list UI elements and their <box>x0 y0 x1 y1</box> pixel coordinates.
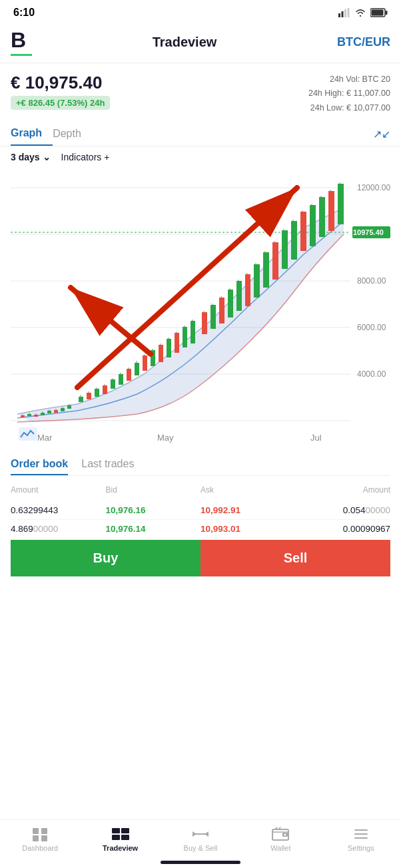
tradeview-icon <box>111 827 130 841</box>
battery-icon <box>370 8 388 17</box>
svg-rect-2 <box>344 9 346 17</box>
orderbook-row: 4.86900000 10,976.14 10,993.01 0.0009096… <box>11 520 390 539</box>
col-amount-left: Amount <box>11 485 106 495</box>
svg-rect-42 <box>127 369 131 381</box>
nav-buysell-label: Buy & Sell <box>184 844 218 852</box>
logo: B <box>11 28 32 56</box>
svg-rect-5 <box>386 11 388 15</box>
sell-button[interactable]: Sell <box>200 540 390 576</box>
app-header: B Tradeview BTC/EUR <box>0 23 401 63</box>
logo-underline <box>11 54 32 56</box>
svg-rect-50 <box>159 345 163 362</box>
tab-order-book[interactable]: Order book <box>11 454 68 475</box>
svg-rect-40 <box>119 374 123 385</box>
low-24h: 24h Low: € 10,077.00 <box>308 101 390 115</box>
tab-depth[interactable]: Depth <box>53 122 92 145</box>
svg-rect-3 <box>348 8 350 17</box>
orderbook-row: 0.63299443 10,976.16 10,992.91 0.0540000… <box>11 501 390 520</box>
status-bar: 6:10 <box>0 0 401 23</box>
col-bid: Bid <box>106 485 201 495</box>
amount-left-1: 0.63299443 <box>11 505 106 515</box>
chevron-down-icon: ⌄ <box>43 152 51 162</box>
svg-rect-76 <box>272 242 278 280</box>
amount-left-2: 4.86900000 <box>11 524 106 534</box>
svg-rect-82 <box>300 212 306 251</box>
svg-rect-80 <box>291 221 297 260</box>
svg-rect-1 <box>342 11 344 17</box>
svg-rect-107 <box>41 828 47 834</box>
svg-rect-86 <box>319 197 325 237</box>
indicators-button[interactable]: Indicators + <box>61 152 110 162</box>
svg-rect-106 <box>33 828 39 834</box>
svg-rect-28 <box>67 405 71 409</box>
status-icons <box>338 8 388 17</box>
ask-2: 10,993.01 <box>200 524 296 534</box>
volume-24h: 24h Vol: BTC 20 <box>308 73 390 87</box>
svg-rect-14 <box>21 415 25 417</box>
nav-tradeview[interactable]: Tradeview <box>80 827 160 852</box>
trading-pair[interactable]: BTC/EUR <box>337 35 390 49</box>
chart-controls: 3 days ⌄ Indicators + <box>0 146 401 168</box>
buysell-icon <box>191 827 210 841</box>
svg-rect-48 <box>151 350 155 366</box>
nav-dashboard[interactable]: Dashboard <box>0 827 80 852</box>
nav-settings-label: Settings <box>348 844 374 852</box>
signal-icon <box>338 8 350 17</box>
svg-text:12000.00: 12000.00 <box>357 183 390 192</box>
svg-rect-46 <box>143 355 147 371</box>
expand-icon[interactable]: ↗↙ <box>373 127 390 140</box>
price-change: +€ 826.45 (7.53%) 24h <box>11 96 110 110</box>
svg-rect-72 <box>254 264 260 298</box>
price-section: € 10,975.40 +€ 826.45 (7.53%) 24h 24h Vo… <box>0 63 401 122</box>
nav-wallet[interactable]: Wallet <box>240 827 320 852</box>
svg-rect-90 <box>338 184 344 224</box>
price-left: € 10,975.40 +€ 826.45 (7.53%) 24h <box>11 73 110 110</box>
svg-rect-108 <box>33 835 39 841</box>
svg-text:10975.40: 10975.40 <box>353 228 384 236</box>
svg-text:May: May <box>157 433 174 443</box>
svg-rect-88 <box>328 191 334 231</box>
svg-rect-16 <box>27 414 31 416</box>
price-chart[interactable]: 12000.00 10000.00 8000.00 6000.00 4000.0… <box>11 168 390 447</box>
svg-rect-58 <box>191 321 195 343</box>
svg-rect-109 <box>41 835 47 841</box>
svg-rect-0 <box>338 13 340 17</box>
svg-rect-20 <box>41 413 45 415</box>
svg-rect-68 <box>236 281 242 311</box>
nav-settings[interactable]: Settings <box>321 827 401 852</box>
nav-tradeview-label: Tradeview <box>103 844 138 852</box>
chart-tabs: Graph Depth ↗↙ <box>0 122 401 146</box>
svg-rect-34 <box>95 389 99 397</box>
bid-2: 10,976.14 <box>106 524 201 534</box>
svg-rect-52 <box>167 339 171 357</box>
ask-1: 10,992.91 <box>200 505 296 515</box>
status-time: 6:10 <box>13 7 35 19</box>
svg-rect-64 <box>219 298 224 324</box>
dashboard-icon <box>31 827 49 841</box>
orderbook-section: Order book Last trades Amount Bid Ask Am… <box>0 447 401 576</box>
col-ask: Ask <box>200 485 296 495</box>
svg-rect-36 <box>103 385 107 394</box>
buy-button[interactable]: Buy <box>11 540 200 576</box>
svg-rect-112 <box>112 835 120 840</box>
svg-point-117 <box>284 834 286 836</box>
wallet-icon <box>272 827 289 841</box>
svg-rect-110 <box>112 828 120 833</box>
svg-rect-84 <box>310 205 316 246</box>
tab-graph[interactable]: Graph <box>11 122 53 146</box>
svg-rect-32 <box>87 393 91 399</box>
nav-buysell[interactable]: Buy & Sell <box>161 827 240 852</box>
tab-last-trades[interactable]: Last trades <box>81 454 134 475</box>
action-buttons: Buy Sell <box>11 540 390 576</box>
svg-rect-111 <box>121 828 129 833</box>
orderbook-header: Amount Bid Ask Amount <box>11 483 390 497</box>
svg-text:6000.00: 6000.00 <box>357 323 386 332</box>
high-24h: 24h High: € 11,007.00 <box>308 87 390 101</box>
amount-right-2: 0.00090967 <box>296 524 391 534</box>
nav-wallet-label: Wallet <box>270 844 290 852</box>
col-amount-right: Amount <box>296 485 391 495</box>
wifi-icon <box>354 8 366 17</box>
svg-text:4000.00: 4000.00 <box>357 369 386 379</box>
svg-rect-38 <box>111 379 115 389</box>
timeframe-selector[interactable]: 3 days ⌄ <box>11 152 51 162</box>
